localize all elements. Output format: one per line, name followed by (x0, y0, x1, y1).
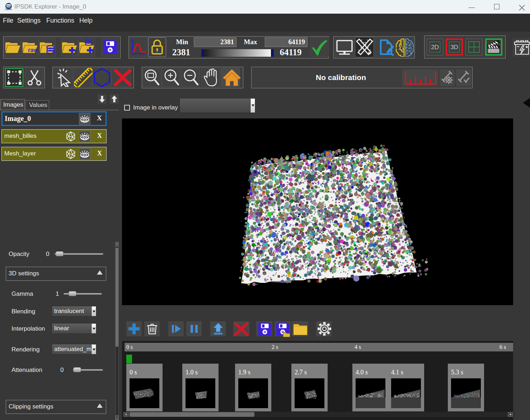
svg-text:IPSDK: IPSDK (5, 5, 12, 7)
svg-text:Explore: Explore (5, 8, 12, 10)
svg-text:raw: raw (28, 47, 38, 53)
